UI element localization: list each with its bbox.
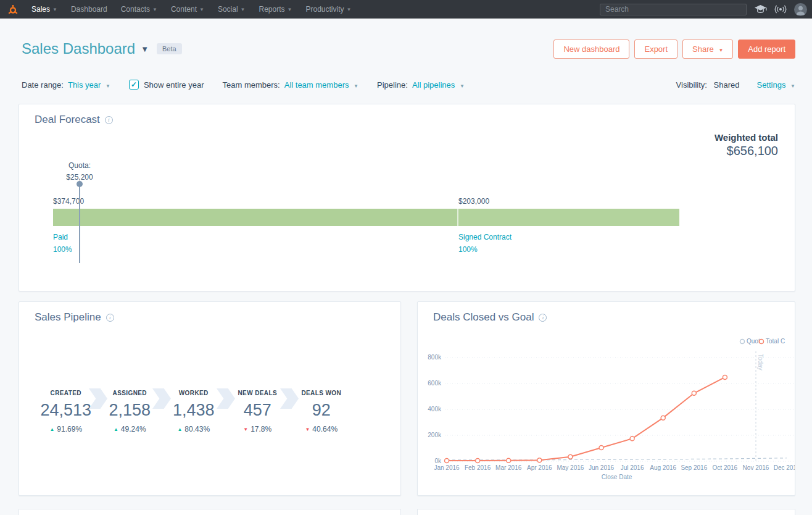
dashboard-selector-caret-icon[interactable]: ▼ bbox=[141, 44, 149, 54]
segment-amount: $203,000 bbox=[458, 197, 489, 206]
pipeline-select[interactable]: All pipelines ▼ bbox=[412, 80, 465, 90]
notifications-broadcast-icon[interactable] bbox=[774, 5, 787, 14]
chevron-down-icon: ▼ bbox=[460, 83, 465, 89]
nav-app-switcher[interactable]: Sales ▼ bbox=[31, 5, 57, 14]
data-point-marker[interactable] bbox=[723, 375, 727, 379]
hubspot-sprocket-icon[interactable] bbox=[7, 4, 18, 15]
chevron-down-icon: ▼ bbox=[288, 7, 292, 12]
data-point-marker[interactable] bbox=[537, 458, 542, 463]
nav-item-reports[interactable]: Reports ▼ bbox=[259, 5, 292, 14]
nav-item-social[interactable]: Social ▼ bbox=[218, 5, 246, 14]
funnel-stage-created[interactable]: CREATED 24,513 ▲91.69% bbox=[34, 390, 98, 433]
date-range-select[interactable]: This year ▼ bbox=[68, 80, 110, 90]
funnel-stage-worked[interactable]: WORKED 1,438 ▲80.43% bbox=[162, 390, 226, 433]
add-report-button[interactable]: Add report bbox=[738, 40, 795, 59]
stage-change-value: 40.64% bbox=[312, 425, 338, 433]
team-members-select[interactable]: All team members ▼ bbox=[284, 80, 358, 90]
share-button-label: Share bbox=[692, 44, 714, 54]
segment-stage-link[interactable]: Signed Contract bbox=[458, 233, 512, 241]
nav-item-label: Content bbox=[171, 5, 197, 14]
segment-percent-link[interactable]: 100% bbox=[53, 245, 72, 254]
chevron-down-icon: ▼ bbox=[199, 7, 204, 12]
pipeline-label: Pipeline: bbox=[377, 80, 408, 90]
segment-percent-link[interactable]: 100% bbox=[458, 245, 478, 254]
nav-item-contacts[interactable]: Contacts ▼ bbox=[121, 5, 157, 14]
export-button[interactable]: Export bbox=[634, 40, 677, 59]
partial-card-right bbox=[417, 509, 795, 515]
data-point-marker[interactable] bbox=[599, 445, 603, 450]
filter-bar: Date range: This year ▼ ✓ Show entire ye… bbox=[22, 77, 795, 93]
segment-stage-link[interactable]: Paid bbox=[53, 233, 68, 241]
x-axis-tick: Oct 2016 bbox=[713, 464, 738, 471]
quota-marker-dot[interactable] bbox=[77, 181, 83, 187]
info-icon[interactable]: i bbox=[105, 116, 113, 124]
academy-icon[interactable] bbox=[754, 4, 767, 14]
weighted-total-value: $656,100 bbox=[727, 144, 778, 158]
date-range-value: This year bbox=[68, 80, 101, 90]
chevron-down-icon: ▼ bbox=[718, 48, 723, 53]
x-axis-tick: Jan 2016 bbox=[434, 464, 460, 471]
nav-item-label: Contacts bbox=[121, 5, 150, 14]
info-icon[interactable]: i bbox=[106, 314, 114, 322]
deal-forecast-title: Deal Forecast bbox=[35, 114, 100, 126]
nav-item-productivity[interactable]: Productivity ▼ bbox=[305, 5, 351, 14]
nav-item-content[interactable]: Content ▼ bbox=[171, 5, 204, 14]
search-input[interactable] bbox=[600, 4, 747, 15]
chevron-down-icon: ▼ bbox=[354, 83, 358, 89]
deals-closed-card: Deals Closed vs Goal i 0k200k400k600k800… bbox=[417, 301, 795, 496]
stage-label: ASSIGNED bbox=[98, 390, 162, 396]
stage-change-value: 49.24% bbox=[121, 425, 146, 433]
team-members-label: Team members: bbox=[223, 80, 280, 90]
sales-pipeline-title: Sales Pipeline bbox=[35, 311, 101, 324]
stage-change: ▼40.64% bbox=[289, 425, 354, 433]
chevron-down-icon: ▼ bbox=[106, 83, 110, 89]
y-axis-tick: 200k bbox=[428, 432, 442, 438]
page-header: Sales Dashboard ▼ Beta New dashboard Exp… bbox=[22, 37, 795, 61]
show-entire-year-checkbox[interactable]: ✓ bbox=[129, 80, 139, 90]
pipeline-value: All pipelines bbox=[412, 80, 455, 90]
funnel-stage-new-deals[interactable]: NEW DEALS 457 ▼17.8% bbox=[226, 390, 290, 433]
share-button[interactable]: Share ▼ bbox=[682, 40, 733, 59]
new-dashboard-button[interactable]: New dashboard bbox=[553, 40, 629, 59]
stage-change: ▲91.69% bbox=[34, 425, 98, 433]
data-point-marker[interactable] bbox=[445, 458, 449, 463]
beta-badge: Beta bbox=[157, 43, 182, 54]
data-point-marker[interactable] bbox=[507, 458, 511, 463]
data-point-marker[interactable] bbox=[661, 416, 665, 420]
avatar[interactable] bbox=[794, 3, 807, 16]
show-entire-year-label: Show entire year bbox=[144, 80, 204, 90]
data-point-marker[interactable] bbox=[692, 391, 696, 395]
visibility-value: Shared bbox=[714, 80, 740, 90]
data-point-marker[interactable] bbox=[476, 458, 480, 463]
nav-brand-label: Sales bbox=[31, 5, 50, 14]
info-icon[interactable]: i bbox=[539, 314, 547, 322]
team-members-value: All team members bbox=[284, 80, 349, 90]
quota-marker-line bbox=[79, 184, 80, 263]
stage-value: 2,158 bbox=[98, 401, 162, 420]
y-axis-tick: 600k bbox=[428, 380, 442, 387]
funnel-stage-deals-won[interactable]: DEALS WON 92 ▼40.64% bbox=[289, 390, 354, 433]
stage-change: ▲49.24% bbox=[98, 425, 162, 433]
data-point-marker[interactable] bbox=[630, 437, 634, 441]
visibility-label: Visibility: bbox=[676, 80, 707, 90]
chevron-down-icon: ▼ bbox=[347, 7, 352, 12]
stage-value: 24,513 bbox=[34, 401, 98, 420]
settings-menu[interactable]: Settings ▼ bbox=[756, 80, 795, 90]
quota-value: $25,200 bbox=[49, 173, 110, 182]
nav-item-dashboard[interactable]: Dashboard bbox=[71, 5, 107, 14]
x-axis-tick: Dec 2016 bbox=[774, 464, 795, 471]
forecast-bar-segment-signed-contract[interactable] bbox=[458, 209, 679, 226]
funnel-stage-assigned[interactable]: ASSIGNED 2,158 ▲49.24% bbox=[98, 390, 162, 433]
quota-label: Quota: bbox=[49, 161, 110, 170]
x-axis-tick: Apr 2016 bbox=[527, 464, 552, 471]
forecast-bar bbox=[53, 209, 679, 226]
series-line-quota bbox=[447, 458, 787, 460]
y-axis-tick: 800k bbox=[428, 354, 442, 361]
stage-label: NEW DEALS bbox=[226, 390, 290, 396]
forecast-bar-segment-paid[interactable] bbox=[53, 209, 458, 226]
nav-item-label: Reports bbox=[259, 5, 285, 14]
change-arrow-icon: ▲ bbox=[49, 427, 54, 432]
page-title: Sales Dashboard bbox=[22, 40, 135, 57]
data-point-marker[interactable] bbox=[568, 454, 573, 459]
stage-value: 1,438 bbox=[162, 401, 226, 420]
